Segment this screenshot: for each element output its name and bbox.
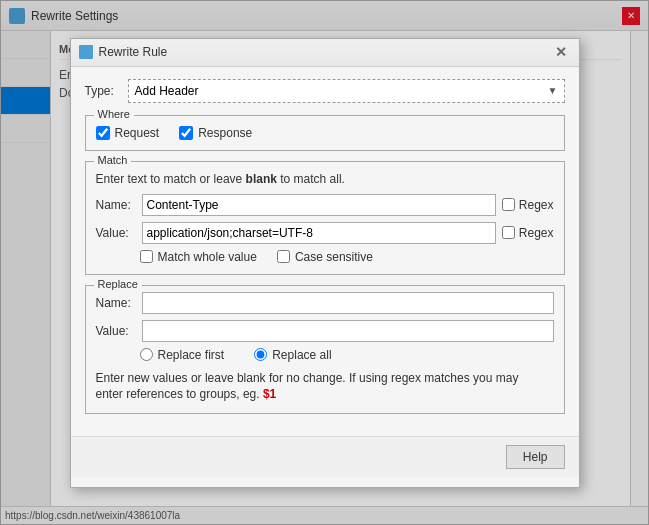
modal-footer: Help: [71, 436, 579, 477]
modal-title: Rewrite Rule: [99, 45, 168, 59]
type-select[interactable]: Add Header ▼: [128, 79, 565, 103]
replace-hint-code: $1: [263, 387, 276, 401]
replace-options-row: Replace first Replace all: [96, 348, 554, 362]
replace-legend: Replace: [94, 278, 142, 290]
name-regex-checkbox[interactable]: [502, 198, 515, 211]
rewrite-rule-modal: Rewrite Rule ✕ Type: Add Header ▼ Where …: [70, 38, 580, 488]
type-select-value: Add Header: [135, 84, 199, 98]
match-whole-value-label: Match whole value: [158, 250, 257, 264]
type-row: Type: Add Header ▼: [85, 79, 565, 103]
modal-icon: [79, 45, 93, 59]
replace-value-label: Value:: [96, 324, 136, 338]
request-label: Request: [115, 126, 160, 140]
match-fieldset: Match Enter text to match or leave blank…: [85, 161, 565, 275]
match-options-row: Match whole value Case sensitive: [96, 250, 554, 264]
where-content: Request Response: [96, 122, 554, 140]
match-name-label: Name:: [96, 198, 136, 212]
case-sensitive-checkbox[interactable]: [277, 250, 290, 263]
name-regex-label: Regex: [519, 198, 554, 212]
replace-first-option[interactable]: Replace first: [140, 348, 225, 362]
request-checkbox-item[interactable]: Request: [96, 126, 160, 140]
request-checkbox[interactable]: [96, 126, 110, 140]
match-whole-value-checkbox[interactable]: [140, 250, 153, 263]
case-sensitive-option[interactable]: Case sensitive: [277, 250, 373, 264]
match-whole-value-option[interactable]: Match whole value: [140, 250, 257, 264]
value-regex-checkbox[interactable]: [502, 226, 515, 239]
replace-fieldset: Replace Name: Value: Replace first: [85, 285, 565, 415]
where-legend: Where: [94, 108, 134, 120]
replace-first-label: Replace first: [158, 348, 225, 362]
replace-all-label: Replace all: [272, 348, 331, 362]
replace-value-input[interactable]: [142, 320, 554, 342]
replace-all-option[interactable]: Replace all: [254, 348, 331, 362]
replace-value-row: Value:: [96, 320, 554, 342]
modal-titlebar: Rewrite Rule ✕: [71, 39, 579, 67]
replace-hint-line1: Enter new values or leave blank for no c…: [96, 371, 519, 385]
replace-first-radio[interactable]: [140, 348, 153, 361]
replace-name-label: Name:: [96, 296, 136, 310]
match-name-input[interactable]: [142, 194, 496, 216]
modal-body: Type: Add Header ▼ Where Request Respons: [71, 67, 579, 437]
modal-close-button[interactable]: ✕: [551, 42, 571, 62]
name-regex-checkbox-group[interactable]: Regex: [502, 198, 554, 212]
response-label: Response: [198, 126, 252, 140]
replace-hint: Enter new values or leave blank for no c…: [96, 370, 554, 404]
type-label: Type:: [85, 84, 120, 98]
chevron-down-icon: ▼: [548, 85, 558, 96]
where-fieldset: Where Request Response: [85, 115, 565, 151]
match-hint: Enter text to match or leave blank to ma…: [96, 172, 554, 186]
value-regex-label: Regex: [519, 226, 554, 240]
match-value-row: Value: Regex: [96, 222, 554, 244]
match-value-label: Value:: [96, 226, 136, 240]
replace-all-radio[interactable]: [254, 348, 267, 361]
modal-overlay: Rewrite Rule ✕ Type: Add Header ▼ Where …: [0, 0, 649, 525]
case-sensitive-label: Case sensitive: [295, 250, 373, 264]
match-name-row: Name: Regex: [96, 194, 554, 216]
replace-name-input[interactable]: [142, 292, 554, 314]
help-button[interactable]: Help: [506, 445, 565, 469]
response-checkbox-item[interactable]: Response: [179, 126, 252, 140]
blank-hint: blank: [246, 172, 277, 186]
response-checkbox[interactable]: [179, 126, 193, 140]
match-legend: Match: [94, 154, 132, 166]
value-regex-checkbox-group[interactable]: Regex: [502, 226, 554, 240]
replace-hint-line2: enter references to groups, eg. $1: [96, 387, 277, 401]
match-value-input[interactable]: [142, 222, 496, 244]
replace-name-row: Name:: [96, 292, 554, 314]
